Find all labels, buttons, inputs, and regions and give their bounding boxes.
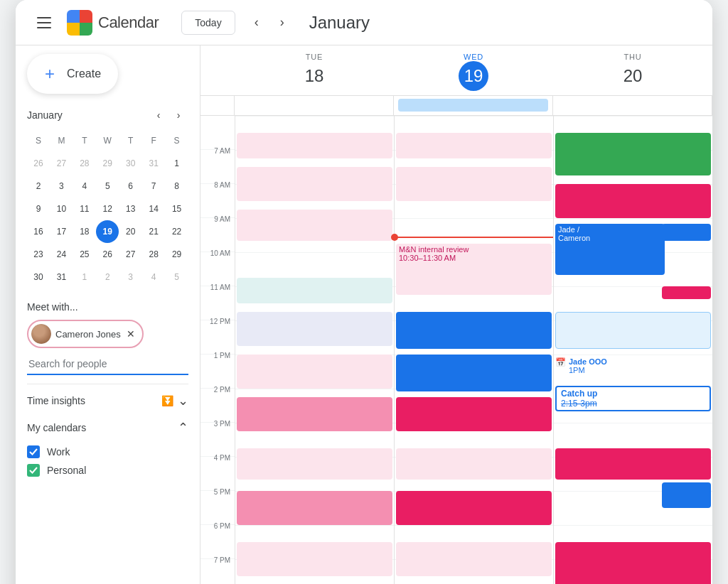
event-block[interactable] [237,210,392,241]
next-button[interactable]: › [269,10,295,36]
mini-cal-day[interactable]: 16 [27,220,50,243]
mini-cal-day[interactable]: 6 [119,175,142,198]
prev-button[interactable]: ‹ [244,10,269,36]
time-insights-collapse[interactable]: ⌄ [178,393,188,409]
allday-spacer [200,96,235,115]
chip-close-icon[interactable]: ✕ [127,328,135,340]
my-calendars-collapse[interactable]: ⌃ [178,420,188,436]
mini-cal-day[interactable]: 2 [27,175,50,198]
mini-cal-day[interactable]: 11 [73,198,96,220]
calendar-item-work[interactable]: Work [27,443,188,461]
topbar: Calendar Today ‹ › January [16,0,712,45]
event-block[interactable] [396,133,552,158]
event-block[interactable] [396,312,552,349]
time-label: 9 AM [200,215,235,223]
mini-cal-day[interactable]: 28 [142,243,165,266]
person-chip[interactable]: Cameron Jones ✕ [27,320,144,348]
event-block[interactable] [396,167,552,201]
mini-cal-day[interactable]: 23 [27,243,50,266]
mini-cal-grid: SMTWTFS262728293031123456789101112131415… [27,129,188,288]
app-window: Calendar Today ‹ › January Create Januar… [16,0,712,584]
today-button[interactable]: Today [181,11,235,35]
jade-ooo-event[interactable]: 📅Jade OOO1PM [555,357,711,374]
mini-cal-day[interactable]: 30 [119,152,142,175]
event-block[interactable] [396,397,552,431]
tue-label: TUE [306,53,323,61]
mini-cal-header-cell: W [96,129,119,152]
catchup-event[interactable]: Catch up2:15-3pm [555,386,711,411]
time-grid-scroll[interactable]: 7 AM8 AM9 AM10 AM11 AM12 PM1 PM2 PM3 PM4… [200,116,712,584]
event-block[interactable] [237,312,392,346]
event-block[interactable]: M&N internal review 10:30–11:30 AM [396,244,552,295]
mini-cal-day[interactable]: 1 [166,152,188,175]
mini-cal-day[interactable]: 22 [166,220,188,243]
event-block[interactable] [237,167,392,201]
mini-cal-day[interactable]: 3 [119,266,142,288]
allday-event-wed[interactable] [398,99,548,112]
jade-cameron-event[interactable]: Jade / Cameron [555,224,665,275]
event-block[interactable] [237,133,392,158]
mini-cal-day[interactable]: 1 [73,266,96,288]
mini-cal-day[interactable]: 15 [166,198,188,220]
time-slot: 3 PM [200,423,235,457]
mini-cal-day[interactable]: 27 [119,243,142,266]
event-block[interactable] [237,491,392,525]
mini-cal-day[interactable]: 3 [50,175,73,198]
mini-cal-day[interactable]: 29 [96,152,119,175]
mini-cal-day[interactable]: 26 [96,243,119,266]
mini-cal-day[interactable]: 30 [27,266,50,288]
mini-prev-button[interactable]: ‹ [149,105,168,125]
mini-cal-day[interactable]: 25 [73,243,96,266]
search-people-input[interactable] [27,354,188,375]
create-button[interactable]: Create [27,54,118,94]
event-block[interactable] [237,448,392,480]
event-block[interactable] [396,355,552,391]
avatar [31,324,51,344]
mini-cal-day[interactable]: 29 [166,243,188,266]
mini-cal-day[interactable]: 28 [73,152,96,175]
personal-label: Personal [47,465,86,476]
calendar-item-personal[interactable]: Personal [27,461,188,480]
mini-cal-day[interactable]: 7 [142,175,165,198]
event-block[interactable] [237,278,392,303]
event-block[interactable] [396,491,552,525]
time-slot: 9 AM [200,218,235,252]
mini-cal-day[interactable]: 31 [142,152,165,175]
mini-cal-day[interactable]: 31 [50,266,73,288]
mini-cal-day[interactable]: 13 [119,198,142,220]
mini-cal-day[interactable]: 19 [96,220,119,243]
time-slot [200,116,235,150]
mini-cal-day[interactable]: 5 [166,266,188,288]
event-block[interactable] [396,448,552,480]
event-block[interactable] [237,542,392,576]
time-label: 12 PM [200,318,235,325]
event-block[interactable] [396,542,552,576]
mini-cal-day[interactable]: 24 [50,243,73,266]
personal-checkbox[interactable] [27,464,40,477]
menu-button[interactable] [30,9,58,37]
mini-cal-day[interactable]: 21 [142,220,165,243]
mini-cal-day[interactable]: 8 [166,175,188,198]
mini-cal-day[interactable]: 26 [27,152,50,175]
mini-cal-day[interactable]: 4 [73,175,96,198]
mini-cal-day[interactable]: 5 [96,175,119,198]
mini-cal-day[interactable]: 9 [27,198,50,220]
work-checkbox[interactable] [27,445,40,458]
allday-thu [553,96,712,115]
event-block-green[interactable] [555,133,711,175]
mini-cal-day[interactable]: 14 [142,198,165,220]
time-slot: 11 AM [200,286,235,320]
mini-cal-day[interactable]: 18 [73,220,96,243]
time-slot: 7 PM [200,559,235,584]
mini-cal-day[interactable]: 4 [142,266,165,288]
mini-cal-day[interactable]: 12 [96,198,119,220]
mini-cal-day[interactable]: 10 [50,198,73,220]
event-block[interactable] [237,355,392,389]
mini-cal-day[interactable]: 27 [50,152,73,175]
mini-cal-day[interactable]: 2 [96,266,119,288]
mini-next-button[interactable]: › [168,105,188,125]
mini-cal-day[interactable]: 20 [119,220,142,243]
time-label: 4 PM [200,454,235,462]
mini-cal-day[interactable]: 17 [50,220,73,243]
event-block[interactable] [237,397,392,431]
